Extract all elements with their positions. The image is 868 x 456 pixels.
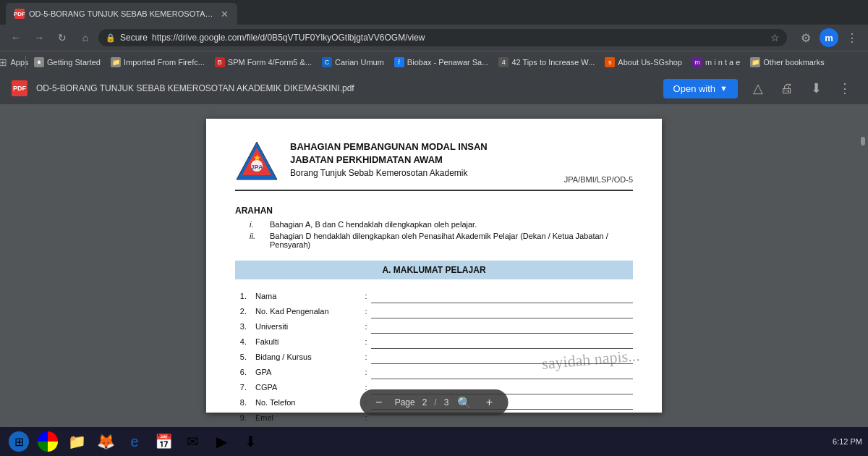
field-num-2: 2. xyxy=(235,303,252,318)
colon-1: : xyxy=(361,288,371,303)
field-label-4: Fakulti xyxy=(252,334,361,349)
taskbar-firefox-button[interactable]: 🦊 xyxy=(93,428,119,455)
taskbar-chrome-button[interactable] xyxy=(35,428,61,455)
carian-favicon: C xyxy=(322,57,332,67)
bookmark-label: Imported From Firefc... xyxy=(124,58,205,67)
bookmark-carian[interactable]: C Carian Umum xyxy=(318,54,388,70)
field-value-5[interactable] xyxy=(371,349,633,364)
profile-avatar: m xyxy=(820,28,838,47)
zoom-in-button[interactable]: + xyxy=(480,394,498,411)
taskbar-app6-button[interactable]: ✉ xyxy=(179,428,205,455)
address-bar[interactable]: 🔒 Secure https://drive.google.com/file/d… xyxy=(98,29,787,46)
page-controls: − Page 2 / 3 🔍 + xyxy=(360,389,509,415)
colon-5: : xyxy=(361,349,371,364)
active-tab[interactable]: PDF OD-5-BORANG TUNJUK SEBAB KEMEROSOTAN… xyxy=(6,3,237,25)
colon-4: : xyxy=(361,334,371,349)
google-drive-icon[interactable]: △ xyxy=(746,77,770,100)
bookmark-label: m i n t a e xyxy=(705,58,740,67)
tab-favicon: PDF xyxy=(14,9,25,19)
bookmark-getting-started[interactable]: ★ Getting Started xyxy=(30,54,105,70)
bookmark-42tips[interactable]: 4 42 Tips to Increase W... xyxy=(494,54,599,70)
page-total: 3 xyxy=(444,397,449,408)
bookmark-label: Other bookmarks xyxy=(763,58,824,67)
lock-icon: 🔒 xyxy=(106,33,116,43)
header-text: BAHAGIAN PEMBANGUNAN MODAL INSAN JABATAN… xyxy=(290,140,564,178)
user-profile-icon[interactable]: m xyxy=(819,28,839,48)
field-value-2[interactable] xyxy=(371,303,633,318)
bookmark-label: Carian Umum xyxy=(335,58,384,67)
field-value-4[interactable] xyxy=(371,334,633,349)
form-row-universiti: 3. Universiti : xyxy=(235,318,633,334)
svg-text:JPA: JPA xyxy=(251,164,263,171)
form-row-ic: 2. No. Kad Pengenalan : xyxy=(235,303,633,318)
pdf-page: JPA ★ BAHAGIAN PEMBANGUNAN MODAL INSAN J… xyxy=(206,119,662,413)
tab-close-button[interactable]: ✕ xyxy=(221,9,229,20)
prev-page-button[interactable]: − xyxy=(370,394,388,411)
taskbar-app5-button[interactable]: 📅 xyxy=(150,428,176,455)
field-num-4: 4. xyxy=(235,334,252,349)
taskbar-start-button[interactable]: ⊞ xyxy=(6,428,32,455)
pdf-toolbar: PDF OD-5-BORANG TUNJUK SEBAB KEMEROSOTAN… xyxy=(0,72,868,104)
grid-icon: ⊞ xyxy=(0,56,7,68)
page-current: 2 xyxy=(422,397,427,408)
tab-bar: PDF OD-5-BORANG TUNJUK SEBAB KEMEROSOTAN… xyxy=(0,0,868,25)
institution-name: BAHAGIAN PEMBANGUNAN MODAL INSAN xyxy=(290,140,564,153)
profile-initial: m xyxy=(825,33,833,43)
extensions-button[interactable]: ⚙ xyxy=(796,28,816,48)
bookmark-imported[interactable]: 📁 Imported From Firefc... xyxy=(106,54,209,70)
field-num-6: 6. xyxy=(235,364,252,379)
form-row-gpa: 6. GPA : xyxy=(235,364,633,379)
forward-button[interactable]: → xyxy=(29,28,49,48)
42tips-favicon: 4 xyxy=(498,57,509,67)
arahan-num-1: i. xyxy=(250,220,264,229)
taskbar-app8-button[interactable]: ⬇ xyxy=(237,428,263,455)
form-name: Borang Tunjuk Sebab Kemerosotan Akademik xyxy=(290,168,564,178)
open-with-button[interactable]: Open with ▼ xyxy=(663,79,738,98)
bookmark-label: SPM Form 4/Form5 &... xyxy=(228,58,312,67)
field-value-1[interactable] xyxy=(371,288,633,303)
page-separator: / xyxy=(434,397,436,408)
secure-label: Secure xyxy=(120,33,148,43)
bookmark-mintae[interactable]: m m i n t a e xyxy=(688,54,744,70)
home-button[interactable]: ⌂ xyxy=(75,28,95,48)
chevron-down-icon: ▼ xyxy=(720,84,728,93)
field-num-5: 5. xyxy=(235,349,252,364)
bookmark-biobax[interactable]: f Biobax - Penawar Sa... xyxy=(390,54,493,70)
back-button[interactable]: ← xyxy=(6,28,26,48)
arahan-item-1: i. Bahagian A, B dan C hendaklah dilengk… xyxy=(250,220,633,229)
browser-actions: ⚙ m ⋮ xyxy=(796,28,862,48)
bookmark-label: Getting Started xyxy=(47,58,101,67)
folder-icon: 📁 xyxy=(68,433,86,450)
page-label: Page xyxy=(395,397,415,408)
zoom-out-button[interactable]: 🔍 xyxy=(456,394,473,411)
field-value-3[interactable] xyxy=(371,318,633,334)
reload-button[interactable]: ↻ xyxy=(52,28,72,48)
taskbar-folder-button[interactable]: 📁 xyxy=(64,428,90,455)
biobax-favicon: f xyxy=(394,57,404,67)
pdf-file-icon: PDF xyxy=(12,80,27,96)
bookmark-spm[interactable]: B SPM Form 4/Form5 &... xyxy=(210,54,316,70)
field-value-6[interactable] xyxy=(371,364,633,379)
apps-button[interactable]: ⊞ Apps xyxy=(6,54,22,70)
field-label-3: Universiti xyxy=(252,318,361,334)
more-options-icon[interactable]: ⋮ xyxy=(833,77,856,100)
bookmark-other[interactable]: 📁 Other bookmarks xyxy=(746,54,828,70)
print-icon[interactable]: 🖨 xyxy=(775,77,799,100)
download-icon[interactable]: ⬇ xyxy=(804,77,827,100)
arahan-section: ARAHAN i. Bahagian A, B dan C hendaklah … xyxy=(235,206,633,249)
taskbar-app7-button[interactable]: ▶ xyxy=(208,428,234,455)
media-icon: ▶ xyxy=(216,433,227,450)
field-num-7: 7. xyxy=(235,379,252,394)
other-favicon: 📁 xyxy=(750,57,760,67)
pdf-scrollbar[interactable] xyxy=(861,137,865,145)
toolbar-actions: △ 🖨 ⬇ ⋮ xyxy=(746,77,856,100)
menu-button[interactable]: ⋮ xyxy=(842,28,862,48)
spm-favicon: B xyxy=(215,57,225,67)
bookmark-sgshop[interactable]: s About Us-SGshop xyxy=(600,54,686,70)
taskbar-edge-button[interactable]: e xyxy=(122,428,148,455)
form-row-nama: 1. Nama : xyxy=(235,288,633,303)
bookmark-star-icon[interactable]: ☆ xyxy=(770,32,780,43)
form-row-fakulti: 4. Fakulti : xyxy=(235,334,633,349)
pdf-viewer[interactable]: JPA ★ BAHAGIAN PEMBANGUNAN MODAL INSAN J… xyxy=(0,104,868,427)
field-label-7: CGPA xyxy=(252,379,361,394)
